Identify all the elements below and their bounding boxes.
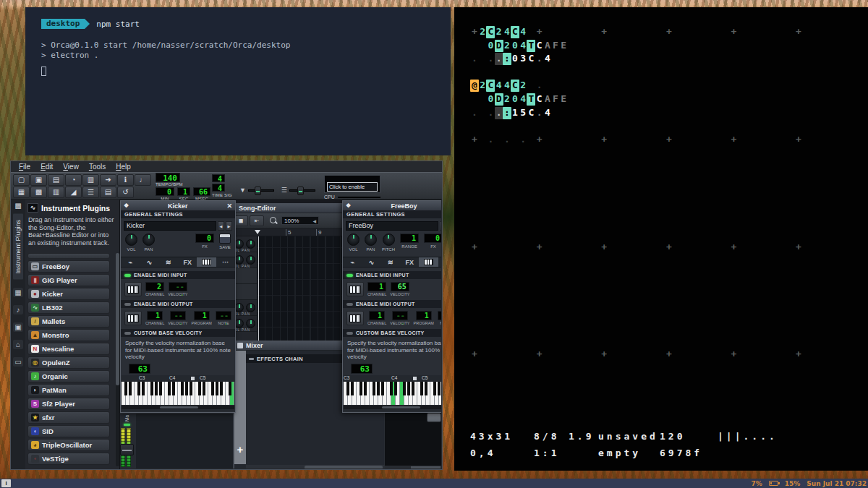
orca-cell[interactable]: C	[486, 26, 495, 38]
orca-cell[interactable]: :	[503, 107, 511, 119]
samples-tab-icon[interactable]: ♪	[13, 305, 23, 314]
vol-knob[interactable]	[347, 234, 359, 246]
kicker-plugin-window[interactable]: ❖Kicker✕GENERAL SETTINGSKicker◀▶VOLPAN0F…	[120, 200, 236, 413]
program-lcd[interactable]: 1	[416, 311, 432, 320]
window-titlebar[interactable]: ❖FreeBoy	[343, 201, 441, 210]
orca-cell[interactable]: 0	[511, 93, 519, 106]
black-key[interactable]	[351, 382, 354, 395]
orca-cell[interactable]: +	[665, 26, 673, 38]
black-key[interactable]	[150, 382, 153, 395]
keyboard-scrollbar[interactable]	[122, 406, 234, 409]
program-lcd[interactable]: 1	[194, 311, 210, 320]
orca-cell[interactable]: +	[794, 241, 803, 254]
master-pitch-slider[interactable]: ☰	[281, 181, 315, 199]
black-key[interactable]	[168, 382, 171, 395]
prev-preset-button[interactable]: ◀	[218, 221, 224, 231]
enable-led[interactable]	[346, 274, 353, 277]
midi-piano-button[interactable]	[346, 282, 364, 296]
orca-window[interactable]: +2C24C4+++++0D204TCAFE...:03C.4@2C44C2.0…	[454, 7, 868, 471]
black-key[interactable]	[129, 382, 132, 395]
black-key[interactable]	[203, 382, 205, 395]
whats-this-icon[interactable]: ℹ	[117, 174, 134, 186]
orca-cell[interactable]: 4	[503, 26, 511, 38]
orca-cell[interactable]: 0	[486, 40, 495, 52]
plugin-tab[interactable]: ⌁	[343, 257, 362, 267]
tempo-lcd[interactable]: 140	[156, 173, 180, 182]
home-tab-icon[interactable]: ⌂	[13, 340, 23, 349]
orca-cell[interactable]: .	[535, 53, 544, 65]
plugin-item-sfxr[interactable]: ★sfxr	[27, 411, 110, 424]
menu-file[interactable]: File	[14, 163, 35, 171]
more-tab[interactable]: ···	[438, 257, 441, 267]
effects-chain-header[interactable]: EFFECTS CHAIN	[257, 356, 303, 362]
black-key[interactable]	[229, 382, 231, 395]
orca-cell[interactable]: A	[543, 93, 552, 106]
orca-cell[interactable]: +	[600, 134, 608, 146]
base-velocity-led[interactable]	[124, 332, 131, 335]
record-button[interactable]: ◼	[234, 215, 248, 226]
plugin-tab[interactable]: ⌁	[121, 257, 140, 267]
orca-cell[interactable]: F	[551, 40, 560, 52]
black-key[interactable]	[172, 382, 175, 395]
plugin-item-tripleoscillator[interactable]: ◕TripleOscillator	[27, 439, 110, 451]
plugin-item-nescaline[interactable]: NNescaline	[27, 343, 110, 355]
velocity-lcd[interactable]: 65	[391, 282, 409, 291]
black-key[interactable]	[373, 382, 375, 395]
orca-cell[interactable]: +	[535, 134, 544, 146]
orca-cell[interactable]: +	[535, 26, 544, 38]
orca-cell[interactable]: C	[535, 40, 544, 52]
enable-led[interactable]	[124, 303, 131, 306]
orca-cell[interactable]: .	[486, 53, 495, 65]
black-key[interactable]	[390, 382, 393, 395]
instruments-tab-icon[interactable]: ▦	[13, 288, 23, 297]
menu-edit[interactable]: Edit	[35, 163, 58, 171]
orca-cell[interactable]: +	[470, 26, 479, 38]
project-notes-icon[interactable]: ▤	[100, 187, 116, 198]
plugin-item-sf2-player[interactable]: SSf2 Player	[27, 398, 110, 410]
mixer-channel-column[interactable]: +	[234, 351, 246, 464]
orca-cell[interactable]: :	[503, 53, 511, 65]
more-tab[interactable]: ···	[216, 257, 235, 267]
channel-lcd[interactable]: 2	[145, 282, 164, 291]
orca-cell[interactable]: T	[527, 93, 535, 106]
pitch-knob[interactable]	[383, 234, 395, 246]
zoom-level-dropdown[interactable]: 100%◀	[281, 216, 319, 225]
black-key[interactable]	[185, 382, 188, 395]
bb-editor-icon[interactable]: ▩	[30, 187, 47, 198]
terminal-window[interactable]: desktop npm start > Orca@0.1.0 start /ho…	[25, 7, 451, 155]
timesig-numerator-lcd[interactable]: 4	[212, 174, 225, 182]
orca-cell[interactable]: .	[495, 107, 503, 119]
plugin-item-vestige[interactable]: ◦VeSTige	[27, 453, 110, 465]
orca-cell[interactable]: +	[794, 348, 803, 361]
instrument-name-field[interactable]: Kicker	[124, 221, 216, 231]
orca-cell[interactable]: .	[535, 107, 544, 119]
midi-tab[interactable]	[197, 257, 216, 267]
orca-cell[interactable]: +	[665, 348, 673, 361]
plugin-item-monstro[interactable]: ▲Monstro	[27, 329, 110, 341]
orca-cell[interactable]: .	[503, 134, 511, 146]
orca-cell[interactable]: @	[470, 80, 479, 92]
orca-cell[interactable]: 2	[478, 80, 487, 92]
midi-piano-button[interactable]	[124, 282, 142, 296]
cpu-enable-overlay[interactable]: Click to enable	[327, 182, 378, 192]
orca-cell[interactable]: F	[551, 93, 560, 106]
recently-opened-icon[interactable]: ◔	[65, 174, 82, 186]
black-key[interactable]	[425, 382, 427, 395]
controller-rack-icon[interactable]: ↺	[117, 187, 134, 198]
velocity-lcd[interactable]: ---	[170, 311, 186, 320]
func-tab[interactable]: ≋	[381, 257, 400, 267]
save-preset-button[interactable]	[219, 234, 231, 244]
plugin-item-freeboy[interactable]: ▭FreeBoy	[27, 260, 110, 273]
track-pan-knob[interactable]	[246, 239, 255, 249]
orca-cell[interactable]: +	[535, 348, 544, 361]
master-mute-led[interactable]	[124, 424, 130, 426]
orca-cell[interactable]: +	[729, 241, 738, 254]
orca-cell[interactable]: C	[535, 93, 544, 106]
black-key[interactable]	[412, 382, 414, 395]
orca-cell[interactable]: E	[559, 40, 568, 52]
track-pan-knob[interactable]	[246, 319, 255, 328]
automation-editor-icon[interactable]: ◢	[65, 187, 82, 198]
orca-cell[interactable]: 4	[503, 80, 511, 92]
freeboy-plugin-window[interactable]: ❖FreeBoyGENERAL SETTINGSFreeBoy◀▶VOLPANP…	[342, 200, 441, 413]
orca-cell[interactable]: 2	[503, 40, 511, 52]
